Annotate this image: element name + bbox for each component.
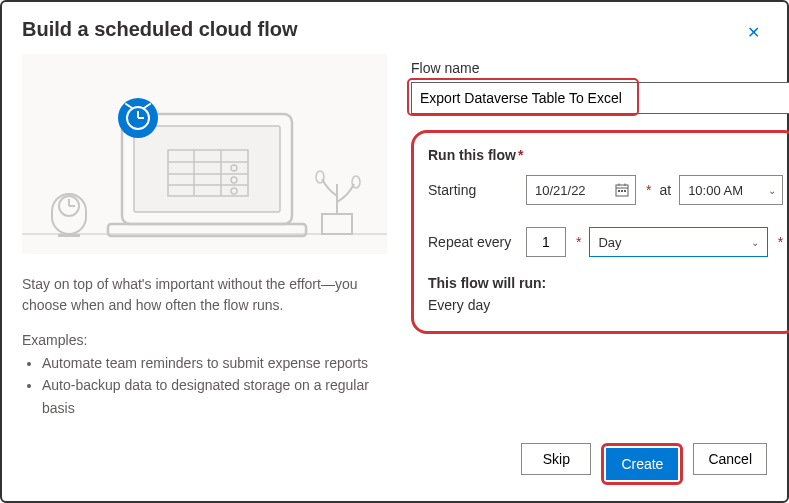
svg-rect-34: [624, 190, 626, 192]
close-button[interactable]: ✕: [739, 18, 767, 46]
run-this-flow-section: Run this flow* Starting 10/21/22: [411, 130, 789, 334]
create-button[interactable]: Create: [606, 448, 678, 480]
starting-date-value: 10/21/22: [535, 183, 586, 198]
scheduled-flow-dialog: Build a scheduled cloud flow ✕: [0, 0, 789, 503]
svg-rect-24: [322, 214, 352, 234]
repeat-unit-value: Day: [598, 235, 621, 250]
illustration: [22, 54, 387, 254]
example-item: Automate team reminders to submit expens…: [42, 352, 387, 374]
right-column: Flow name Run this flow* Starting 10/21/…: [411, 54, 789, 431]
laptop-clock-illustration: [22, 54, 387, 254]
required-asterisk: *: [518, 147, 523, 163]
chevron-down-icon: ⌄: [768, 185, 776, 196]
repeat-row: Repeat every * Day ⌄ *: [428, 227, 783, 257]
flow-name-input[interactable]: [411, 82, 789, 114]
repeat-label: Repeat every: [428, 234, 518, 250]
required-asterisk: *: [576, 234, 581, 250]
starting-date-input[interactable]: 10/21/22: [526, 175, 636, 205]
starting-row: Starting 10/21/22 *: [428, 175, 783, 205]
svg-rect-7: [134, 126, 280, 212]
description-text: Stay on top of what's important without …: [22, 274, 387, 316]
run-section-title: Run this flow*: [428, 147, 783, 163]
repeat-unit-select[interactable]: Day ⌄: [589, 227, 767, 257]
chevron-down-icon: ⌄: [751, 237, 759, 248]
will-run-label: This flow will run:: [428, 275, 783, 291]
required-asterisk: *: [646, 182, 651, 198]
dialog-header: Build a scheduled cloud flow ✕: [22, 18, 767, 46]
dialog-body: Stay on top of what's important without …: [22, 54, 767, 431]
create-button-highlight: Create: [601, 443, 683, 485]
required-asterisk: *: [778, 234, 783, 250]
svg-point-27: [352, 176, 360, 188]
svg-point-26: [316, 171, 324, 183]
calendar-icon: [615, 183, 629, 197]
starting-label: Starting: [428, 182, 518, 198]
will-run-value: Every day: [428, 297, 783, 313]
dialog-title: Build a scheduled cloud flow: [22, 18, 298, 41]
examples-list: Automate team reminders to submit expens…: [22, 352, 387, 419]
at-label: at: [659, 182, 671, 198]
skip-button[interactable]: Skip: [521, 443, 591, 475]
cancel-button[interactable]: Cancel: [693, 443, 767, 475]
starting-time-value: 10:00 AM: [688, 183, 743, 198]
close-icon: ✕: [747, 23, 760, 42]
repeat-count-input[interactable]: [526, 227, 566, 257]
starting-time-select[interactable]: 10:00 AM ⌄: [679, 175, 783, 205]
svg-rect-32: [618, 190, 620, 192]
left-column: Stay on top of what's important without …: [22, 54, 387, 431]
examples-label: Examples:: [22, 332, 387, 348]
dialog-footer: Skip Create Cancel: [22, 431, 767, 485]
example-item: Auto-backup data to designated storage o…: [42, 374, 387, 419]
run-section-label-text: Run this flow: [428, 147, 516, 163]
flow-name-label: Flow name: [411, 60, 789, 76]
svg-rect-33: [621, 190, 623, 192]
svg-rect-5: [58, 234, 80, 237]
